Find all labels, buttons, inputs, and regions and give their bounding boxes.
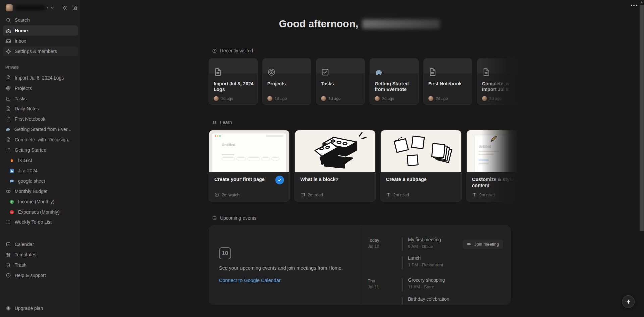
recent-card-first-notebook[interactable]: First Notebook 2d ago [423, 58, 472, 105]
book-icon [472, 192, 477, 197]
sidebar-item-label: Settings & members [15, 49, 57, 54]
minus-circle-icon [8, 209, 15, 215]
sidebar-item-search[interactable]: Search [3, 15, 78, 25]
section-title: Upcoming events [220, 215, 256, 221]
sidebar-item-label: Trash [15, 262, 26, 268]
sidebar-item-ikigai[interactable]: IKIGAI [3, 155, 78, 165]
card-time: 1d ago [275, 96, 287, 101]
event-color-bar [402, 256, 403, 269]
card-time: 1d ago [328, 96, 341, 101]
sidebar-item-home[interactable]: Home [3, 25, 78, 36]
document-icon [5, 147, 12, 153]
card-title: Import Jul 8, 2024 Logs [214, 81, 254, 92]
card-title: Getting Started from Evernote [375, 81, 415, 92]
sparkle-icon [626, 299, 631, 305]
learn-card-create-first-page[interactable]: Untitled Create your first page 2m watch [209, 130, 290, 202]
learn-card-customize-style[interactable]: Untitled Customize & style your content … [466, 130, 518, 202]
sidebar-item-google-sheet[interactable]: google sheet [3, 176, 78, 186]
sidebar-item-complete-docusign[interactable]: Complete_with_Docusign... [3, 135, 78, 145]
fire-icon [8, 157, 15, 164]
sidebar-item-weekly-todo[interactable]: Weekly To-do List [3, 217, 78, 227]
workspace-name-redacted [16, 5, 45, 10]
ai-assistant-button[interactable] [622, 295, 635, 308]
elephant-icon [374, 68, 383, 76]
sidebar-item-label: Projects [15, 86, 32, 91]
sidebar-item-daily-notes[interactable]: Daily Notes [3, 104, 78, 114]
pencil-icon [489, 135, 498, 143]
sidebar-item-calendar[interactable]: 10 Calendar [3, 239, 78, 249]
sidebar-item-help-support[interactable]: ? Help & support [3, 270, 78, 280]
card-title: First Notebook [428, 81, 469, 87]
card-time: 2d ago [489, 96, 502, 101]
learn-carousel: Untitled Create your first page 2m watch [209, 130, 518, 203]
recently-visited-header: Recently visited [212, 48, 253, 53]
greeting-header: Good afternoon, [209, 18, 511, 30]
event-color-bar [402, 278, 403, 292]
sidebar-item-label: Search [15, 17, 30, 23]
workspace-name-dot [47, 7, 48, 8]
learn-card-create-subpage[interactable]: Create a subpage 2m read [380, 130, 462, 202]
recent-card-tasks[interactable]: Tasks 1d ago [316, 58, 365, 105]
card-time: 1d ago [221, 96, 233, 101]
checkbox-icon [5, 95, 12, 102]
user-name-redacted [362, 19, 440, 29]
recent-card-import-logs[interactable]: Import Jul 8, 2024 Logs 1d ago [209, 58, 258, 105]
sidebar-item-income-monthly[interactable]: Income (Monthly) [3, 197, 78, 207]
card-thumbnail: Untitled [209, 130, 289, 172]
sidebar-item-label: IKIGAI [18, 158, 32, 163]
sidebar-item-first-notebook[interactable]: First Notebook [3, 114, 78, 124]
card-body: What is a block? 2m read [295, 172, 375, 202]
sidebar-item-label: Weekly To-do List [15, 219, 52, 225]
greeting-text: Good afternoon, [279, 18, 358, 30]
more-options-icon[interactable] [629, 3, 639, 7]
scroll-up-arrow-icon[interactable] [640, 1, 643, 3]
recent-card-complete-import[interactable]: Complete_w Import Jul 8, 2d ago [477, 58, 518, 105]
sidebar-item-getting-started-evernote[interactable]: Getting Started from Ever... [3, 124, 78, 135]
search-icon [5, 17, 12, 23]
document-icon [5, 116, 12, 122]
learn-divider [292, 131, 292, 201]
document-icon [5, 74, 12, 81]
sidebar-item-label: google sheet [18, 178, 45, 184]
connect-google-calendar-link[interactable]: Connect to Google Calendar [219, 278, 281, 283]
recent-card-projects[interactable]: Projects 1d ago [262, 58, 311, 105]
document-icon [428, 68, 437, 77]
private-section-label: Private [5, 65, 19, 70]
sidebar-item-trash[interactable]: Trash [3, 260, 78, 270]
sidebar-item-label: Daily Notes [15, 106, 39, 111]
list-icon [5, 219, 12, 225]
workspace-avatar [6, 4, 13, 11]
jira-logo-icon [8, 167, 15, 174]
chat-bubble-icon [8, 178, 15, 184]
sidebar-item-expenses-monthly[interactable]: Expenses (Monthly) [3, 207, 78, 217]
scrollbar[interactable] [639, 0, 644, 317]
avatar [428, 96, 433, 101]
sidebar-item-upgrade-plan[interactable]: Upgrade plan [3, 303, 78, 313]
card-meta: 2m watch [222, 193, 240, 197]
document-icon [5, 136, 12, 143]
sidebar-item-inbox[interactable]: Inbox [3, 36, 78, 46]
sidebar-item-label: Jira 2024 [18, 168, 38, 173]
sidebar-item-monthly-budget[interactable]: Monthly Budget [3, 186, 78, 196]
sidebar-item-tasks[interactable]: Tasks [3, 94, 78, 104]
new-page-compose-icon[interactable] [72, 5, 78, 11]
card-meta: 9m read [479, 193, 495, 197]
sidebar: Search Home Inbox Settings & members Pri… [0, 0, 80, 317]
sidebar-item-label: Getting Started from Ever... [14, 127, 71, 132]
workspace-switcher[interactable] [3, 2, 78, 13]
scrollbar-thumb[interactable] [640, 5, 644, 231]
sidebar-item-settings-members[interactable]: Settings & members [3, 46, 78, 56]
recent-card-getting-started-evernote[interactable]: Getting Started from Evernote 2d ago [370, 58, 419, 105]
sidebar-item-label: Complete_with_Docusign... [15, 137, 72, 142]
card-thumbnail: Untitled [467, 130, 518, 172]
collapse-sidebar-icon[interactable] [62, 5, 67, 11]
sidebar-item-import-logs[interactable]: Import Jul 8, 2024 Logs [3, 73, 78, 83]
sidebar-item-templates[interactable]: Templates [3, 250, 78, 260]
target-icon [267, 68, 276, 77]
book-icon [212, 120, 217, 125]
sidebar-item-getting-started[interactable]: Getting Started [3, 145, 78, 155]
sidebar-item-projects[interactable]: Projects [3, 83, 78, 93]
sidebar-item-jira-2024[interactable]: Jira 2024 [3, 166, 78, 176]
join-meeting-button[interactable]: Join meeting [463, 240, 503, 249]
learn-card-what-is-a-block[interactable]: What is a block? 2m read [294, 130, 376, 202]
